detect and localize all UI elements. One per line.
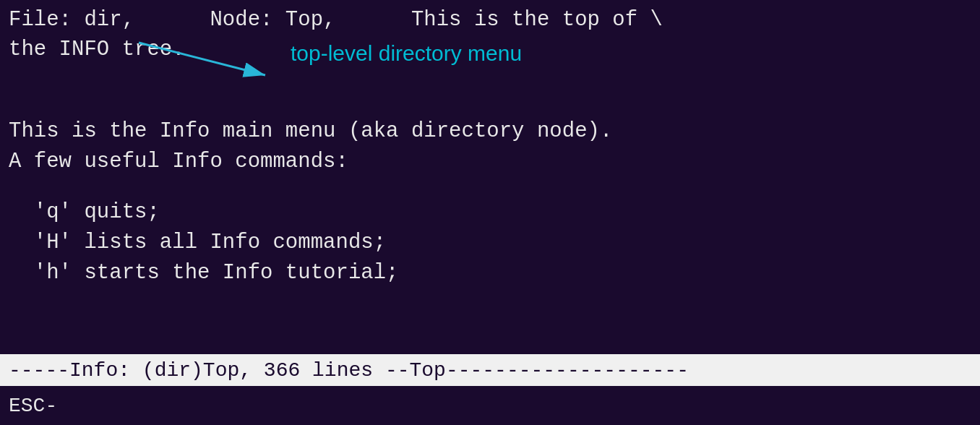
command-line[interactable]: ESC- xyxy=(0,386,980,425)
body-line2: A few useful Info commands: xyxy=(9,147,971,177)
body-item2: 'H' lists all Info commands; xyxy=(9,228,971,258)
body-item1: 'q' quits; xyxy=(9,197,971,228)
terminal-content: File: dir, Node: Top, This is the top of… xyxy=(0,0,980,361)
annotation-label: top-level directory menu xyxy=(291,41,522,66)
annotation-arrow xyxy=(95,28,312,93)
body-line1: This is the Info main menu (aka director… xyxy=(9,116,971,147)
blank-line-1 xyxy=(9,96,971,116)
body-item3: 'h' starts the Info tutorial; xyxy=(9,258,971,288)
command-line-text: ESC- xyxy=(9,395,57,417)
blank-line-2 xyxy=(9,177,971,197)
svg-line-1 xyxy=(139,43,265,75)
status-bar-text: -----Info: (dir)Top, 366 lines --Top----… xyxy=(9,359,689,382)
status-bar: -----Info: (dir)Top, 366 lines --Top----… xyxy=(0,354,980,386)
